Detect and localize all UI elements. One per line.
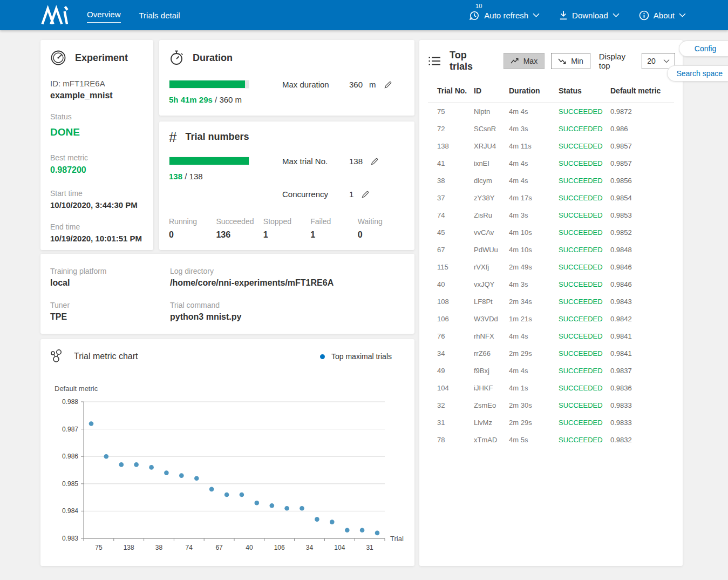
trial-no: 72: [428, 120, 474, 137]
tab-trials-detail[interactable]: Trials detail: [139, 9, 180, 22]
min-button[interactable]: Min: [551, 53, 590, 69]
svg-text:67: 67: [215, 544, 223, 551]
trial-metric: 0.9854: [610, 189, 674, 206]
max-button[interactable]: Max: [504, 53, 545, 69]
trial-status: SUCCEEDED: [559, 103, 610, 120]
table-row[interactable]: 67PdWUu4m 10sSUCCEEDED0.9848: [428, 241, 674, 258]
trial-duration: 2m 29s: [509, 345, 559, 362]
table-row[interactable]: 40vxJQY4m 3sSUCCEEDED0.9846: [428, 275, 674, 293]
trial-duration: 4m 17s: [509, 189, 559, 206]
col-duration[interactable]: Duration: [509, 81, 559, 103]
trial-total: 138: [189, 172, 203, 181]
concurrency-value: 1: [349, 190, 353, 199]
table-row[interactable]: 115rVXfj2m 49sSUCCEEDED0.9846: [428, 258, 674, 275]
trial-metric: 0.9841: [610, 345, 674, 362]
trial-id: XRJU4: [474, 137, 509, 154]
table-row[interactable]: 41ixnEI4m 4sSUCCEEDED0.9857: [428, 154, 674, 172]
trial-metric: 0.9846: [610, 275, 674, 293]
trial-id: xTmAD: [474, 431, 509, 448]
trial-metric: 0.986: [610, 120, 674, 137]
info-icon: [639, 10, 649, 21]
trial-status: SUCCEEDED: [559, 396, 610, 414]
trial-no: 49: [428, 362, 474, 379]
trial-metric-scatter-chart[interactable]: Default metric0.9880.9870.9860.9850.9840…: [50, 383, 405, 562]
trial-duration: 4m 10s: [509, 224, 559, 241]
svg-text:104: 104: [334, 544, 345, 551]
trial-id: rVXfj: [474, 258, 509, 275]
table-row[interactable]: 32ZsmEo2m 30sSUCCEEDED0.9833: [428, 396, 674, 414]
search-space-button[interactable]: Search space: [667, 65, 728, 82]
top-trials-table: Trial No. ID Duration Status Default met…: [428, 81, 674, 448]
edit-max-duration-icon[interactable]: [384, 80, 392, 89]
table-row[interactable]: 76rhNFX4m 4sSUCCEEDED0.9841: [428, 327, 674, 345]
col-id[interactable]: ID: [474, 81, 509, 103]
failed-label: Failed: [310, 217, 357, 226]
nav-tabs: Overview Trials detail: [87, 8, 180, 23]
table-row[interactable]: 74ZisRu4m 3sSUCCEEDED0.9853: [428, 206, 674, 224]
trial-metric-chart-card: Trial metric chart Top maximal trials De…: [40, 339, 414, 566]
svg-text:34: 34: [306, 544, 314, 551]
trial-no: 75: [428, 103, 474, 120]
table-row[interactable]: 104iJHKF4m 1sSUCCEEDED0.9836: [428, 379, 674, 396]
min-button-label: Min: [571, 57, 583, 65]
legend-label: Top maximal trials: [331, 352, 392, 361]
download-label: Download: [572, 11, 608, 20]
table-row[interactable]: 75Nlptn4m 4sSUCCEEDED0.9872: [428, 103, 674, 120]
running-count: 0: [169, 230, 216, 240]
nni-logo[interactable]: [40, 5, 71, 25]
table-row[interactable]: 72SCsnR4m 3sSUCCEEDED0.986: [428, 120, 674, 137]
trial-no: 32: [428, 396, 474, 414]
trial-progress-fill: [169, 157, 249, 165]
download-menu[interactable]: Download: [559, 10, 620, 20]
trial-no: 31: [428, 414, 474, 431]
table-row[interactable]: 38dlcym4m 4sSUCCEEDED0.9856: [428, 172, 674, 189]
table-row[interactable]: 49f9Bxj4m 4sSUCCEEDED0.9837: [428, 362, 674, 379]
duration-card-title: Duration: [193, 52, 233, 64]
svg-text:31: 31: [366, 544, 373, 551]
svg-text:Default metric: Default metric: [55, 385, 98, 393]
config-button[interactable]: Config: [679, 41, 728, 57]
table-row[interactable]: 106W3VDd1m 21sSUCCEEDED0.9842: [428, 310, 674, 327]
trial-id: ixnEI: [474, 154, 509, 172]
duration-card: Duration 5h 41m 29s / 360 m Max duration…: [159, 40, 414, 116]
svg-text:0.984: 0.984: [62, 507, 78, 515]
trend-up-icon: [511, 58, 519, 64]
waiting-label: Waiting: [358, 217, 405, 226]
trial-status: SUCCEEDED: [559, 275, 610, 293]
trial-metric: 0.9872: [610, 103, 674, 120]
trial-status: SUCCEEDED: [559, 310, 610, 327]
table-row[interactable]: 37zY38Y4m 17sSUCCEEDED0.9854: [428, 189, 674, 206]
tab-overview[interactable]: Overview: [87, 8, 121, 23]
trial-duration: 4m 3s: [509, 206, 559, 224]
edit-max-trial-icon[interactable]: [370, 157, 379, 166]
trial-id: vxJQY: [474, 275, 509, 293]
trial-status: SUCCEEDED: [559, 172, 610, 189]
chevron-down-icon: [533, 13, 540, 17]
table-row[interactable]: 31LlvMz2m 29sSUCCEEDED0.9833: [428, 414, 674, 431]
table-row[interactable]: 78xTmAD4m 5sSUCCEEDED0.9832: [428, 431, 674, 448]
refresh-clock-icon: [469, 10, 480, 21]
stopped-count: 1: [263, 230, 310, 240]
trial-status: SUCCEEDED: [559, 120, 610, 137]
trial-status: SUCCEEDED: [559, 414, 610, 431]
about-menu[interactable]: About: [639, 10, 686, 21]
table-row[interactable]: 138XRJU44m 11sSUCCEEDED0.9857: [428, 137, 674, 154]
svg-text:106: 106: [274, 544, 285, 551]
list-icon: [428, 56, 441, 66]
table-row[interactable]: 34rrZ662m 29sSUCCEEDED0.9841: [428, 345, 674, 362]
col-status[interactable]: Status: [559, 81, 610, 103]
col-default-metric[interactable]: Default metric: [610, 81, 674, 103]
table-row[interactable]: 45vvCAv4m 10sSUCCEEDED0.9852: [428, 224, 674, 241]
log-directory-label: Log directory: [170, 267, 405, 275]
duration-elapsed: 5h 41m 29s: [169, 95, 213, 104]
col-trial-no[interactable]: Trial No.: [428, 81, 474, 103]
table-row[interactable]: 108LF8Pt2m 34sSUCCEEDED0.9843: [428, 293, 674, 310]
stopwatch-icon: [169, 50, 184, 66]
auto-refresh-menu[interactable]: 10 Auto refresh: [469, 10, 540, 21]
trial-metric: 0.9841: [610, 327, 674, 345]
chart-legend[interactable]: Top maximal trials: [320, 352, 392, 361]
trial-status-counts: Running 0 Succeeded 136 Stopped 1 Failed…: [169, 217, 405, 240]
edit-concurrency-icon[interactable]: [361, 190, 370, 199]
trial-status: SUCCEEDED: [559, 241, 610, 258]
trial-current: 138: [169, 172, 182, 181]
